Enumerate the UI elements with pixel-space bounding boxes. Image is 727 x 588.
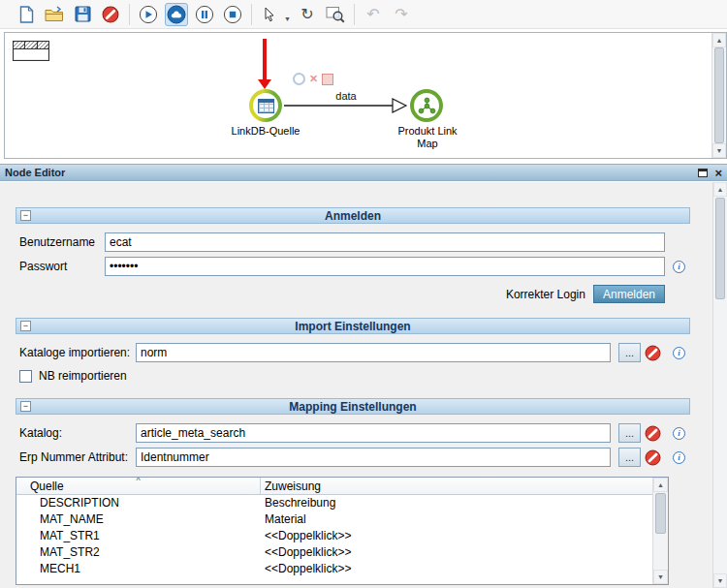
password-row: Passwort i [16, 257, 690, 276]
panel-scrollbar[interactable]: ▲ ▼ [712, 182, 727, 588]
browse-button[interactable]: ... [618, 343, 641, 362]
zuweisung-cell[interactable]: <<Doppelklick>> [261, 528, 668, 544]
table-row[interactable]: MAT_NAME Material [16, 511, 668, 528]
stop-button[interactable] [221, 3, 244, 26]
new-file-button[interactable] [15, 3, 38, 26]
username-label: Benutzername [19, 235, 105, 249]
section-header-import[interactable]: − Import Einstellungen [16, 318, 690, 334]
scrollbar-thumb[interactable] [655, 493, 666, 534]
node-hover-toolbar: ✕ [293, 73, 333, 85]
section-header-mapping[interactable]: − Mapping Einstellungen [16, 398, 690, 415]
quelle-cell[interactable]: MAT_STR1 [16, 528, 261, 544]
zoom-selection-button[interactable] [324, 3, 347, 26]
abort-button[interactable] [99, 3, 122, 26]
close-panel-icon[interactable]: × [714, 167, 722, 179]
table-source-icon [258, 99, 274, 113]
browse-button[interactable]: ... [618, 423, 641, 443]
overview-table-widget [13, 41, 49, 61]
run-cloud-button[interactable] [165, 3, 188, 26]
table-row[interactable]: MAT_STR2 <<Doppelklick>> [16, 544, 668, 561]
scroll-up-icon[interactable]: ▲ [712, 33, 726, 47]
run-toolbar-group [130, 3, 251, 26]
zuweisung-cell[interactable]: <<Doppelklick>> [261, 561, 668, 577]
quelle-cell[interactable]: DESCRIPTION [16, 495, 261, 511]
node-editor-titlebar[interactable]: Node Editor × [0, 164, 727, 181]
overview-table-header [14, 42, 48, 49]
refresh-button[interactable]: ↻ [296, 3, 319, 26]
edge-layer: data [5, 33, 712, 159]
table-row[interactable]: MECH1 <<Doppelklick>> [16, 561, 668, 577]
stop-icon [223, 5, 242, 24]
scroll-down-icon[interactable]: ▼ [653, 570, 668, 584]
mapping-table: ^ Quelle Zuweisung DESCRIPTION Beschreib… [16, 477, 669, 585]
username-input[interactable] [105, 232, 665, 252]
workflow-canvas[interactable]: ✕ data LinkDB-Quelle Produkt Link Map ▲ [4, 32, 727, 159]
zuweisung-cell[interactable]: <<Doppelklick>> [261, 544, 668, 561]
katalog-input[interactable] [136, 423, 611, 443]
invalid-status-icon [645, 345, 661, 361]
node-editor-panel: − Anmelden Benutzername Passwort i Korre… [0, 182, 727, 588]
info-icon[interactable]: i [673, 347, 685, 359]
scroll-up-icon[interactable]: ▲ [713, 182, 727, 197]
table-row[interactable]: DESCRIPTION Beschreibung [16, 495, 668, 511]
collapse-icon[interactable]: − [20, 321, 31, 331]
table-row[interactable]: MAT_STR1 <<Doppelklick>> [16, 528, 668, 544]
section-title-mapping: Mapping Einstellungen [16, 400, 689, 414]
invalid-status-icon [645, 449, 661, 466]
column-label: Quelle [30, 480, 64, 493]
redo-button[interactable]: ↷ [390, 3, 413, 26]
pause-button[interactable] [193, 3, 216, 26]
anmelden-button[interactable]: Anmelden [593, 285, 665, 303]
edge-label: data [335, 90, 357, 102]
quelle-cell[interactable]: MAT_STR2 [16, 544, 261, 561]
panel-content: − Anmelden Benutzername Passwort i Korre… [16, 182, 690, 585]
browse-button[interactable]: ... [618, 448, 641, 467]
delete-ghost-icon: ✕ [309, 73, 318, 85]
scroll-up-icon[interactable]: ▲ [653, 478, 668, 492]
zuweisung-cell[interactable]: Beschreibung [261, 495, 668, 511]
quelle-cell[interactable]: MECH1 [16, 561, 261, 577]
info-icon[interactable]: i [673, 261, 685, 273]
undo-button[interactable]: ↶ [362, 3, 385, 26]
scrollbar-thumb[interactable] [714, 47, 724, 143]
katalog-label: Katalog: [19, 426, 136, 440]
arrow-head [258, 79, 271, 89]
float-panel-icon[interactable] [698, 169, 708, 177]
nb-reimport-checkbox[interactable] [19, 370, 32, 383]
katalog-row: Katalog: ... i [16, 423, 690, 443]
info-icon[interactable]: i [673, 427, 685, 440]
info-icon[interactable]: i [673, 451, 685, 464]
password-label: Passwort [19, 260, 105, 273]
redo-icon: ↷ [395, 7, 407, 22]
tools-toolbar-group: ▼ ↻ [252, 3, 354, 26]
arrow-shaft [263, 39, 267, 79]
collapse-icon[interactable]: − [20, 401, 31, 412]
password-input[interactable] [105, 257, 665, 276]
pointer-icon [262, 6, 279, 23]
save-button[interactable] [71, 3, 94, 26]
quelle-cell[interactable]: MAT_NAME [16, 511, 261, 528]
pointer-tool-button[interactable] [259, 3, 282, 26]
file-toolbar-group [8, 3, 129, 26]
erp-attribut-input[interactable] [136, 448, 611, 467]
node-status-ring [249, 89, 282, 122]
node-produkt-link-map[interactable] [410, 89, 443, 122]
collapse-icon[interactable]: − [20, 210, 31, 221]
section-header-anmelden[interactable]: − Anmelden [16, 207, 690, 224]
scrollbar-thumb[interactable] [715, 198, 725, 299]
run-button[interactable] [137, 3, 160, 26]
pointer-dropdown-caret-icon[interactable]: ▼ [284, 15, 291, 26]
column-header-zuweisung[interactable]: Zuweisung [261, 478, 668, 494]
undo-icon: ↶ [366, 7, 379, 22]
open-file-button[interactable] [43, 3, 66, 26]
catalogs-label: Kataloge importieren: [19, 346, 136, 359]
scroll-down-icon[interactable]: ▼ [713, 573, 727, 588]
canvas-scrollbar[interactable]: ▲ ▼ [711, 33, 726, 158]
zuweisung-cell[interactable]: Material [261, 511, 668, 528]
scroll-down-icon[interactable]: ▼ [712, 143, 726, 158]
catalogs-input[interactable] [136, 343, 611, 362]
table-scrollbar[interactable]: ▲ ▼ [652, 478, 668, 584]
save-icon [75, 6, 91, 22]
node-linkdb-quelle[interactable] [249, 89, 282, 122]
column-header-quelle[interactable]: ^ Quelle [16, 478, 261, 494]
